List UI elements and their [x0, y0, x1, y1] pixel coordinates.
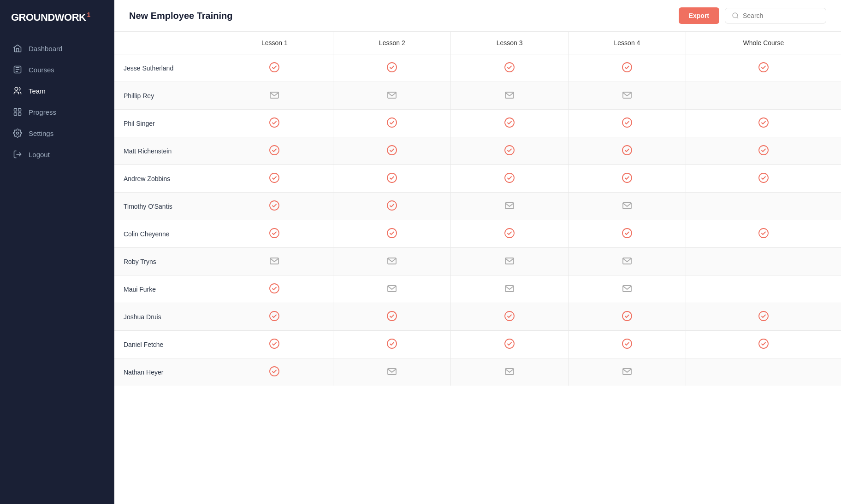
envelope-icon	[386, 283, 397, 294]
svg-point-55	[759, 311, 768, 321]
sidebar-item-settings[interactable]: Settings	[6, 123, 109, 143]
col-header-lesson2: Lesson 2	[333, 32, 451, 54]
sidebar-nav: Dashboard Courses Team Progress	[0, 38, 114, 164]
table-row: Nathan Heyer	[114, 358, 841, 386]
svg-rect-50	[623, 286, 631, 292]
check-icon	[269, 62, 280, 73]
cell-11-3	[569, 358, 686, 386]
svg-rect-18	[623, 92, 631, 98]
check-icon	[386, 117, 397, 128]
cell-6-4	[686, 220, 841, 248]
svg-rect-17	[505, 92, 514, 98]
cell-9-3	[569, 303, 686, 331]
cell-3-0	[216, 137, 333, 165]
sidebar-item-progress[interactable]: Progress	[6, 102, 109, 122]
check-icon	[504, 228, 515, 239]
svg-rect-45	[505, 258, 514, 264]
svg-point-56	[270, 339, 279, 348]
sidebar-item-team-label: Team	[29, 87, 46, 95]
check-icon	[622, 311, 633, 322]
envelope-icon	[622, 255, 633, 266]
check-icon	[269, 117, 280, 128]
check-icon	[622, 62, 633, 73]
envelope-icon	[504, 366, 515, 377]
search-input[interactable]	[743, 12, 819, 19]
svg-point-53	[505, 311, 514, 321]
check-icon	[386, 145, 397, 156]
settings-icon	[13, 129, 22, 138]
cell-8-4	[686, 275, 841, 303]
cell-1-4	[686, 82, 841, 110]
svg-point-61	[270, 367, 279, 376]
employee-name: Daniel Fetche	[114, 331, 216, 358]
cell-1-1	[333, 82, 451, 110]
svg-point-34	[270, 201, 279, 210]
cell-9-4	[686, 303, 841, 331]
cell-6-3	[569, 220, 686, 248]
svg-rect-2	[14, 109, 17, 111]
cell-9-0	[216, 303, 333, 331]
svg-point-20	[387, 118, 397, 127]
employee-name: Phillip Rey	[114, 82, 216, 110]
svg-point-35	[387, 201, 397, 210]
cell-2-0	[216, 110, 333, 137]
page-header: New Employee Training Export	[114, 0, 841, 32]
check-icon	[758, 145, 769, 156]
sidebar-item-progress-label: Progress	[29, 108, 56, 116]
employee-name: Andrew Zobbins	[114, 165, 216, 193]
svg-point-58	[505, 339, 514, 348]
cell-8-3	[569, 275, 686, 303]
svg-point-14	[759, 63, 768, 72]
cell-7-2	[451, 248, 569, 275]
export-button[interactable]: Export	[679, 7, 719, 24]
cell-1-2	[451, 82, 569, 110]
svg-point-12	[505, 63, 514, 72]
svg-rect-64	[623, 369, 631, 375]
table-row: Timothy O'Santis	[114, 193, 841, 220]
col-header-lesson4: Lesson 4	[569, 32, 686, 54]
sidebar-item-logout[interactable]: Logout	[6, 144, 109, 164]
cell-9-1	[333, 303, 451, 331]
envelope-icon	[386, 255, 397, 266]
sidebar-item-team[interactable]: Team	[6, 81, 109, 101]
svg-point-33	[759, 173, 768, 182]
page-title: New Employee Training	[129, 11, 233, 21]
cell-2-1	[333, 110, 451, 137]
logout-icon	[13, 150, 22, 159]
svg-point-10	[270, 63, 279, 72]
envelope-icon	[269, 89, 280, 100]
check-icon	[269, 338, 280, 349]
envelope-icon	[269, 255, 280, 266]
cell-3-1	[333, 137, 451, 165]
users-icon	[13, 86, 22, 95]
svg-rect-49	[505, 286, 514, 292]
check-icon	[622, 145, 633, 156]
employee-name: Colin Cheyenne	[114, 220, 216, 248]
cell-5-4	[686, 193, 841, 220]
employee-name: Phil Singer	[114, 110, 216, 137]
cell-4-1	[333, 165, 451, 193]
cell-6-0	[216, 220, 333, 248]
cell-8-0	[216, 275, 333, 303]
cell-0-1	[333, 54, 451, 82]
check-icon	[386, 311, 397, 322]
search-icon	[732, 12, 739, 19]
svg-point-25	[387, 146, 397, 155]
envelope-icon	[504, 255, 515, 266]
employee-name: Joshua Druis	[114, 303, 216, 331]
svg-rect-5	[18, 113, 21, 116]
svg-rect-43	[270, 258, 278, 264]
check-icon	[269, 311, 280, 322]
svg-point-42	[759, 229, 768, 238]
envelope-icon	[622, 366, 633, 377]
check-icon	[269, 145, 280, 156]
cell-2-3	[569, 110, 686, 137]
sidebar-item-dashboard[interactable]: Dashboard	[6, 38, 109, 59]
svg-rect-37	[623, 203, 631, 209]
table-row: Roby Tryns	[114, 248, 841, 275]
svg-rect-63	[505, 369, 514, 375]
svg-point-59	[622, 339, 632, 348]
check-icon	[758, 338, 769, 349]
sidebar-item-courses[interactable]: Courses	[6, 59, 109, 80]
cell-8-2	[451, 275, 569, 303]
